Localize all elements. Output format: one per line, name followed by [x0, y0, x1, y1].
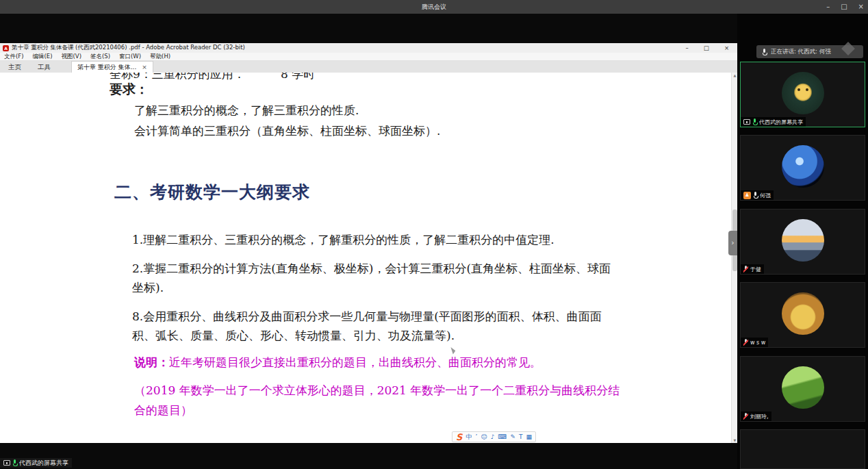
participant-tile-screen-share[interactable]: 代西武的屏幕共享	[740, 62, 865, 127]
acrobat-title-bar: A 第十章 重积分 集体备课 (代西武20210406) .pdf - Adob…	[0, 43, 737, 53]
requirement-line-1: 了解三重积分的概念，了解三重积分的性质.	[134, 103, 359, 118]
voice-input-icon[interactable]: ♪	[491, 432, 495, 442]
handwriting-icon[interactable]: ✎	[510, 432, 515, 442]
participant-name: 代西武的屏幕共享	[759, 118, 803, 126]
participant-name: 于健	[750, 266, 761, 273]
mic-on-icon	[752, 118, 757, 125]
outline-item-1: 1.理解二重积分、三重积分的概念，了解重积分的性质，了解二重积分的中值定理.	[132, 230, 617, 249]
participants-sidebar: 正在讲话: 代西武: 何强 代西武的屏幕共享 ♟ 何强 于健	[737, 14, 868, 469]
tab-document-label: 第十章 重积分 集体...	[77, 63, 136, 72]
vertical-scrollbar[interactable]: ▲ ▼	[731, 73, 737, 443]
mouse-cursor	[450, 346, 456, 354]
participant-name: 刘丽玲,	[750, 413, 769, 420]
avatar-earth	[782, 145, 824, 188]
acrobat-tab-bar: 主页 工具 第十章 重积分 集体... × ? 登录	[0, 61, 737, 73]
meeting-title-bar: 腾讯会议 – □ ×	[0, 0, 868, 14]
tab-document[interactable]: 第十章 重积分 集体... ×	[71, 61, 153, 73]
skin-icon[interactable]: T	[519, 432, 523, 442]
menu-help[interactable]: 帮助(H)	[150, 53, 170, 61]
panel-expand-handle[interactable]: ›	[728, 231, 737, 255]
menu-window[interactable]: 窗口(W)	[119, 53, 141, 61]
clipped-hours: 8 学时	[281, 73, 315, 82]
screen-share-stage: A 第十章 重积分 集体备课 (代西武20210406) .pdf - Adob…	[0, 14, 737, 469]
note-text: 近年考研题目很少直接出重积分的题目，出曲线积分、曲面积分的常见。	[169, 355, 541, 369]
avatar-green-field	[782, 366, 824, 409]
maximize-button[interactable]: □	[841, 0, 847, 14]
minimize-button[interactable]: –	[826, 0, 830, 14]
tab-close-icon[interactable]: ×	[142, 64, 147, 71]
app-title: 腾讯会议	[422, 3, 446, 12]
avatar-sunset-lake	[782, 219, 824, 262]
sogou-logo-icon[interactable]: S	[456, 432, 462, 442]
menu-sign[interactable]: 签名(S)	[90, 53, 110, 61]
participant-tile[interactable]: ♟ 何强	[740, 135, 865, 201]
sogou-ime-bar: S 中 ’ ☺ ♪ ⌨ ✎ T ▦	[452, 431, 536, 442]
requirements-label: 要求：	[110, 81, 149, 99]
participant-tile-partial[interactable]	[740, 429, 865, 469]
pdf-page[interactable]: 全称9：三重积分的应用． 8 学时 要求： 了解三重积分的概念，了解三重积分的性…	[0, 73, 737, 443]
participant-name: 何强	[760, 192, 771, 199]
menu-edit[interactable]: 编辑(E)	[33, 53, 53, 61]
menu-file[interactable]: 文件(F)	[4, 53, 24, 61]
hand-raised-icon: ♟	[743, 192, 751, 199]
requirement-line-2: 会计算简单的三重积分（直角坐标、柱面坐标、球面坐标）.	[134, 123, 440, 139]
scroll-up-icon[interactable]: ▲	[732, 73, 737, 77]
microphone-icon	[762, 49, 767, 55]
participant-name: w s w	[750, 340, 765, 346]
participant-tile[interactable]: 于健	[740, 209, 865, 275]
participant-tile[interactable]: 刘丽玲,	[740, 356, 865, 422]
note-label: 说明：	[134, 355, 169, 369]
tencent-meeting-window: 腾讯会议 – □ × A 第十章 重积分 集体备课 (代西武20210406) …	[0, 0, 868, 469]
screen-share-icon	[743, 119, 750, 125]
outline-item-2: 2.掌握二重积分的计算方法(直角坐标、极坐标)，会计算三重积分(直角坐标、柱面坐…	[132, 259, 617, 297]
mic-on-icon	[12, 459, 17, 466]
punctuation-icon[interactable]: ’	[475, 432, 477, 442]
emoji-icon[interactable]: ☺	[481, 432, 487, 442]
avatar-autumn-trees	[782, 292, 824, 335]
tab-tools[interactable]: 工具	[29, 61, 59, 73]
mic-muted-icon	[743, 339, 748, 346]
acrobat-maximize-button[interactable]: □	[704, 43, 709, 53]
close-button[interactable]: ×	[858, 0, 864, 14]
toolbox-icon[interactable]: ▦	[526, 432, 532, 442]
acrobat-reader-window: A 第十章 重积分 集体备课 (代西武20210406) .pdf - Adob…	[0, 43, 737, 443]
acrobat-menu-bar: 文件(F) 编辑(E) 视图(V) 签名(S) 窗口(W) 帮助(H)	[0, 53, 737, 61]
share-status-label: 代西武的屏幕共享	[0, 458, 72, 468]
menu-view[interactable]: 视图(V)	[62, 53, 81, 61]
avatar-cartoon-face	[782, 72, 824, 114]
scroll-down-icon[interactable]: ▼	[732, 438, 737, 442]
mic-on-icon	[753, 192, 758, 199]
acrobat-app-icon: A	[3, 45, 9, 51]
outline-item-3: 8.会用重积分、曲线积分及曲面积分求一些几何量与物理量(平面图形的面积、体积、曲…	[132, 307, 617, 345]
acrobat-close-button[interactable]: ×	[724, 43, 729, 53]
chinese-mode-icon[interactable]: 中	[465, 432, 472, 442]
acrobat-window-title: 第十章 重积分 集体备课 (代西武20210406) .pdf - Adobe …	[12, 44, 245, 52]
screen-share-icon	[3, 460, 10, 466]
acrobat-minimize-button[interactable]: –	[686, 43, 689, 53]
section-heading: 二、考研数学一大纲要求	[114, 181, 310, 203]
participant-tile[interactable]: w s w	[740, 282, 865, 348]
mic-muted-icon	[743, 266, 748, 272]
soft-keyboard-icon[interactable]: ⌨	[498, 432, 507, 442]
note-line: 说明：近年考研题目很少直接出重积分的题目，出曲线积分、曲面积分的常见。	[134, 355, 541, 370]
paren-note: （2019 年数学一出了一个求立体形心的题目，2021 年数学一出了一个二重积分…	[134, 381, 624, 420]
tab-home[interactable]: 主页	[0, 61, 29, 73]
mic-muted-icon	[743, 413, 748, 420]
